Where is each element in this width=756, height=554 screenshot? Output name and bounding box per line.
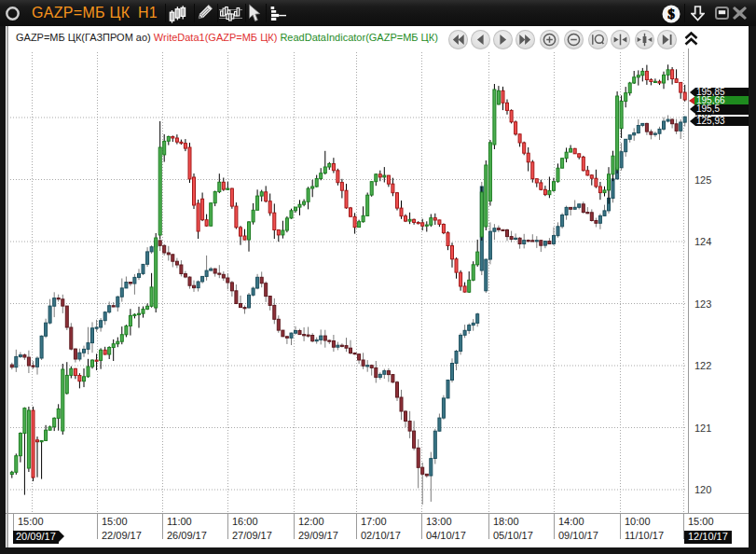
svg-text:$: $ bbox=[667, 6, 675, 21]
